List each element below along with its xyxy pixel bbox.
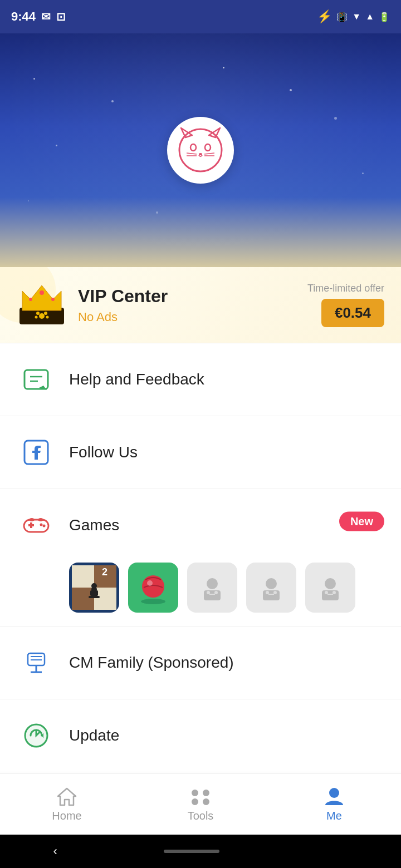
svg-point-3 [190,144,196,151]
game-icon-chess[interactable]: 2 [69,563,119,613]
cm-family-label: CM Family (Sponsored) [69,654,234,672]
update-icon-wrap [17,716,56,755]
svg-point-18 [44,312,47,315]
svg-point-42 [91,583,97,589]
status-right: ⚡ 📳 ▼ ▲ 🔋 [317,9,390,24]
help-feedback-label: Help and Feedback [69,371,204,388]
svg-rect-28 [30,522,32,528]
games-icon-wrap [17,506,56,545]
follow-label: Follow Us [69,443,138,461]
time-limited-label: Time-limited offer [307,283,384,294]
svg-point-14 [29,298,32,301]
svg-rect-40 [90,590,98,596]
update-icon [22,722,50,749]
home-pill[interactable] [164,850,219,853]
cm-family-icon [22,649,50,677]
home-nav-label: Home [52,810,81,822]
svg-rect-61 [327,594,333,595]
help-feedback-icon [22,366,50,393]
svg-point-19 [35,316,38,319]
svg-point-32 [38,518,43,521]
status-bar: 9:44 ✉ ⊡ ⚡ 📳 ▼ ▲ 🔋 [0,0,401,33]
android-placeholder-icon-3 [316,574,344,601]
back-button[interactable]: ‹ [53,844,57,859]
system-nav-bar: ‹ [0,835,401,868]
home-nav-icon [56,786,78,806]
bluetooth-icon: ⚡ [317,9,332,24]
gmail-icon: ✉ [41,10,51,23]
vip-banner[interactable]: VIP Center No Ads Time-limited offer €0.… [0,267,401,343]
svg-line-8 [204,153,214,154]
svg-point-31 [29,518,35,521]
svg-point-72 [203,790,209,796]
price-badge[interactable]: €0.54 [321,299,384,327]
menu-item-follow[interactable]: Follow Us [0,416,401,489]
svg-point-47 [207,578,218,589]
avatar [167,117,234,184]
svg-marker-2 [209,128,220,137]
menu-item-help[interactable]: Help and Feedback [0,343,401,416]
svg-rect-39 [89,596,100,598]
tools-nav-label: Tools [188,810,214,822]
nav-item-me[interactable]: Me [267,786,401,822]
svg-rect-51 [209,594,215,595]
facebook-icon [22,438,50,466]
tools-nav-icon [188,786,213,806]
svg-point-29 [40,524,43,526]
svg-point-17 [36,312,40,315]
wifi-icon: ▼ [352,12,361,22]
svg-point-0 [179,129,222,171]
menu-item-update[interactable]: Update [0,699,401,772]
svg-rect-21 [25,370,48,389]
svg-point-74 [203,798,209,805]
status-left: 9:44 ✉ ⊡ [11,9,66,24]
svg-rect-58 [322,590,339,600]
screen-record-icon: ⊡ [56,10,66,23]
svg-point-15 [51,298,55,301]
battery-icon: 🔋 [379,12,390,22]
vip-subtitle: No Ads [78,310,168,324]
svg-rect-53 [263,590,280,600]
game-icon-placeholder-1 [187,563,237,613]
me-nav-icon [323,786,345,806]
nav-item-tools[interactable]: Tools [134,786,267,822]
svg-text:2: 2 [102,566,107,578]
time-display: 9:44 [11,9,36,24]
vip-title: VIP Center [78,286,168,307]
android-placeholder-icon-1 [198,574,226,601]
svg-rect-34 [72,565,94,588]
game-icon-ball[interactable] [128,563,178,613]
new-badge: New [339,512,384,531]
svg-line-6 [187,153,197,154]
update-label: Update [69,727,119,744]
help-icon-wrap [17,360,56,399]
nav-item-home[interactable]: Home [0,786,134,822]
games-label: Games [69,516,119,534]
ball-icon-svg [131,565,175,610]
svg-rect-56 [268,594,274,595]
svg-point-20 [46,316,49,319]
svg-point-71 [192,790,198,796]
crown-icon [17,283,67,327]
signal-icon: ▲ [365,12,374,22]
vip-text-block: VIP Center No Ads [78,286,168,324]
menu-item-cm-family[interactable]: CM Family (Sponsored) [0,627,401,699]
chess-icon-svg: 2 [72,565,116,610]
hero-section [0,33,401,267]
gamepad-icon [22,511,50,539]
games-apps-row: 2 [0,554,401,626]
vip-right: Time-limited offer €0.54 [307,283,384,327]
svg-point-5 [199,153,202,155]
game-icon-placeholder-3 [305,563,355,613]
cat-icon [175,125,226,175]
svg-point-46 [147,580,153,586]
svg-rect-48 [204,590,221,600]
menu-item-games[interactable]: Games New 2 [0,489,401,627]
svg-point-52 [266,578,277,589]
svg-point-4 [205,144,211,151]
cm-family-icon-wrap [17,643,56,682]
me-nav-label: Me [326,810,342,822]
svg-point-30 [43,525,46,527]
bottom-nav: Home Tools Me [0,773,401,835]
svg-point-44 [141,599,165,604]
